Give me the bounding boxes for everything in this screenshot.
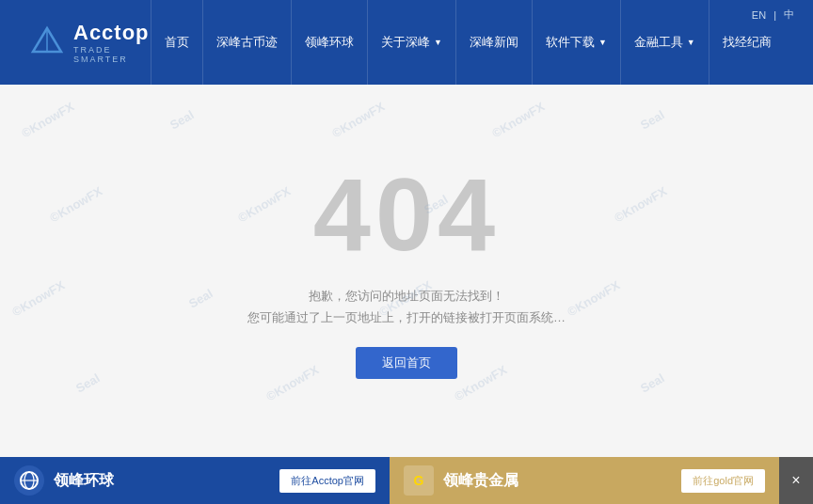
- nav-about-caret: ▼: [434, 38, 442, 47]
- language-selector[interactable]: EN | 中: [752, 8, 794, 22]
- logo-main-text: Acctop: [73, 21, 151, 45]
- footer-left-button[interactable]: 前往Acctop官网: [279, 469, 375, 493]
- footer-left-title: 领峰环球: [54, 471, 270, 491]
- logo-text: Acctop TRADE SMARTER: [73, 21, 151, 64]
- lang-cn[interactable]: 中: [784, 8, 794, 22]
- nav-download[interactable]: 软件下载 ▼: [532, 0, 620, 85]
- footer-left-icon: [14, 465, 44, 496]
- nav-coins[interactable]: 深峰古币迹: [202, 0, 291, 85]
- nav-home[interactable]: 首页: [151, 0, 202, 85]
- logo[interactable]: Acctop TRADE SMARTER: [0, 21, 151, 64]
- error-code: 404: [313, 163, 501, 266]
- footer-right-button[interactable]: 前往gold官网: [681, 469, 765, 493]
- globe-icon: [19, 470, 40, 491]
- lang-separator: |: [773, 9, 776, 21]
- footer-right-panel: G 领峰贵金属 前往gold官网: [390, 457, 779, 504]
- footer-right-title: 领峰贵金属: [443, 471, 672, 491]
- footer-left-panel: 领峰环球 前往Acctop官网: [0, 457, 390, 504]
- logo-sub-text: TRADE SMARTER: [73, 45, 151, 64]
- footer-close-button[interactable]: ×: [779, 457, 813, 504]
- nav-about[interactable]: 关于深峰 ▼: [367, 0, 455, 85]
- nav-download-caret: ▼: [598, 38, 607, 47]
- footer-banner: 领峰环球 前往Acctop官网 G 领峰贵金属 前往gold官网 ×: [0, 457, 813, 504]
- main-nav: 首页 深峰古币迹 领峰环球 关于深峰 ▼ 深峰新闻 软件下载 ▼ 金融工具 ▼ …: [151, 0, 813, 85]
- error-message: 抱歉，您访问的地址页面无法找到！ 您可能通过了上一页地址上，打开的链接被打开页面…: [247, 285, 566, 329]
- nav-tools-caret: ▼: [687, 38, 695, 47]
- lang-en[interactable]: EN: [752, 9, 766, 21]
- footer-right-icon: G: [404, 465, 434, 496]
- back-home-button[interactable]: 返回首页: [356, 347, 457, 379]
- main-content: 404 抱歉，您访问的地址页面无法找到！ 您可能通过了上一页地址上，打开的链接被…: [0, 85, 813, 457]
- nav-news[interactable]: 深峰新闻: [455, 0, 532, 85]
- error-line2: 您可能通过了上一页地址上，打开的链接被打开页面系统…: [247, 307, 566, 328]
- nav-global[interactable]: 领峰环球: [291, 0, 367, 85]
- header: EN | 中 Acctop TRADE SMARTER 首页 深峰古币迹 领峰环…: [0, 0, 813, 85]
- logo-icon: [28, 24, 66, 61]
- nav-tools[interactable]: 金融工具 ▼: [620, 0, 709, 85]
- error-line1: 抱歉，您访问的地址页面无法找到！: [247, 285, 566, 307]
